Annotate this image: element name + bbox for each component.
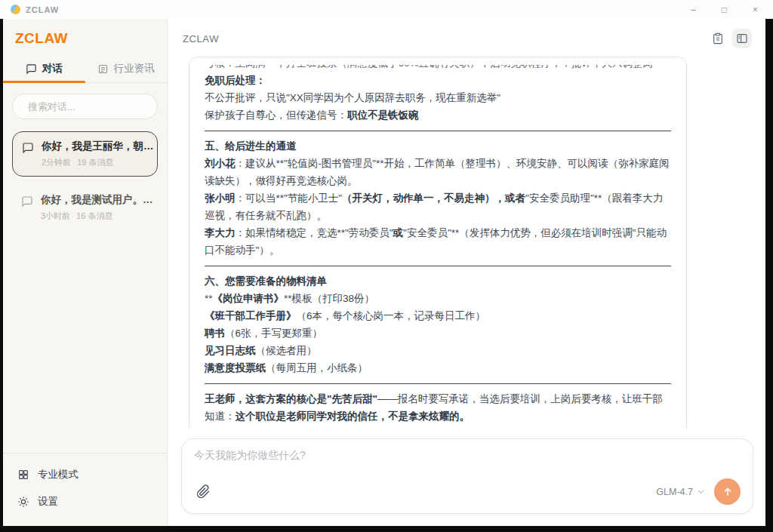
paperclip-icon <box>196 484 211 499</box>
sidebar-panel-icon <box>736 32 748 45</box>
conversation-count: 16 条消息 <box>76 211 112 222</box>
message-line: 李大力：如果情绪稳定，竞选**"劳动委员"或"安全委员"**（发挥体力优势，但必… <box>205 224 671 259</box>
conversation-time: 3小时前 <box>41 211 70 222</box>
close-button[interactable]: × <box>753 5 758 14</box>
pro-mode-button[interactable]: 专业模式 <box>8 461 162 488</box>
settings-label: 设置 <box>38 495 58 509</box>
brand-logo: ZCLAW <box>3 19 167 55</box>
copy-transcript-button[interactable] <box>708 29 728 48</box>
message-line: 六、您需要准备的物料清单 <box>205 272 671 290</box>
message-line: 王老师，这套方案的核心是"先苦后甜"——报名时要写承诺，当选后要培训，上岗后要考… <box>205 390 671 425</box>
pro-mode-label: 专业模式 <box>38 468 79 481</box>
grid-icon <box>17 469 29 481</box>
conversation-title: 你好，我是测试用户。请确... <box>41 193 154 207</box>
chat-bubble-icon <box>26 63 37 75</box>
message-line: 需要我帮您： <box>205 425 671 428</box>
tab-industry-news-label: 行业资讯 <box>114 62 155 75</box>
tab-conversations-label: 对话 <box>42 62 63 75</box>
message-line: 不公开批评，只说"XX同学因为个人原因辞去职务，现在重新选举" <box>205 89 671 106</box>
message-line: 《班干部工作手册》（6本，每个核心岗一本，记录每日工作） <box>205 307 671 324</box>
conversation-item-active[interactable]: 你好，我是王丽华，朝阳区... 2分钟前 19 条消息 <box>12 131 158 177</box>
conversation-list: 你好，我是王丽华，朝阳区... 2分钟前 19 条消息 你好，我是测试用户。请确… <box>12 131 158 229</box>
attach-file-button[interactable] <box>194 483 212 501</box>
arrow-up-icon <box>722 486 734 498</box>
search-input[interactable] <box>28 101 161 112</box>
search-box[interactable] <box>12 94 158 119</box>
message-line: **《岗位申请书》**模板（打印38份） <box>205 290 671 307</box>
assistant-message-card: 考核：上岗满一个月全班投票（满意度低于60%且确有失职），启动免职程序，不批评个… <box>189 57 687 428</box>
chevron-down-icon <box>697 487 705 496</box>
search-area <box>12 94 158 119</box>
message-line: 免职后处理： <box>205 72 671 89</box>
conversation-title: 你好，我是王丽华，朝阳区... <box>42 140 155 153</box>
message-line: 聘书（6张，手写更郑重） <box>205 324 671 342</box>
message-line-clipped: 考核：上岗满一个月全班投票（满意度低于60%且确有失职），启动免职程序，不批评个… <box>205 65 671 72</box>
app-logo-icon <box>11 5 20 14</box>
model-selector[interactable]: GLM-4.7 <box>656 487 705 497</box>
news-icon <box>97 63 109 75</box>
window-controls: – □ × <box>691 5 762 14</box>
chat-header-title: ZCLAW <box>183 33 219 45</box>
messages-scroll-area[interactable]: 考核：上岗满一个月全班投票（满意度低于60%且确有失职），启动免职程序，不批评个… <box>168 54 765 428</box>
message-divider <box>205 131 671 131</box>
sidebar: ZCLAW 对话 行业资讯 你好，我是王丽华，朝阳区... <box>3 19 168 526</box>
toggle-panel-button[interactable] <box>732 29 752 48</box>
model-name: GLM-4.7 <box>656 487 693 497</box>
sidebar-tabs: 对话 行业资讯 <box>3 55 167 83</box>
settings-button[interactable]: 设置 <box>8 488 162 515</box>
app-window: ZCLAW 对话 行业资讯 你好，我是王丽华，朝阳区... <box>3 19 765 526</box>
window-title: ZCLAW <box>26 5 59 14</box>
tab-conversations[interactable]: 对话 <box>3 55 85 82</box>
message-line: 见习日志纸（候选者用） <box>205 342 671 359</box>
message-line: 五、给后进生的通道 <box>205 137 671 155</box>
conversation-item[interactable]: 你好，我是测试用户。请确... 3小时前 16 条消息 <box>12 186 158 229</box>
maximize-button[interactable]: □ <box>722 5 727 14</box>
send-button[interactable] <box>714 478 741 505</box>
message-line: 张小明：可以当**"节能小卫士"（开关灯，动作单一，不易走神），或者"安全委员助… <box>205 189 671 224</box>
message-divider <box>205 383 671 384</box>
composer: GLM-4.7 <box>181 438 753 514</box>
message-divider <box>205 266 671 266</box>
clipboard-icon <box>712 32 724 45</box>
conversation-count: 19 条消息 <box>77 157 113 168</box>
sidebar-footer: 专业模式 设置 <box>3 454 167 526</box>
os-title-bar: ZCLAW – □ × <box>0 0 773 19</box>
gear-icon <box>17 496 29 508</box>
chat-header: ZCLAW <box>168 19 765 54</box>
message-input[interactable] <box>194 449 741 478</box>
chat-bubble-icon <box>22 142 34 154</box>
conversation-time: 2分钟前 <box>42 157 71 168</box>
tab-industry-news[interactable]: 行业资讯 <box>85 55 168 82</box>
minimize-button[interactable]: – <box>691 5 696 14</box>
conversation-meta: 3小时前 16 条消息 <box>41 211 154 222</box>
chat-bubble-icon <box>21 195 33 208</box>
message-line: 刘小花：建议从**"轮值岗-图书管理员"**开始，工作简单（整理书）、环境安静、… <box>205 155 671 189</box>
conversation-meta: 2分钟前 19 条消息 <box>42 157 155 168</box>
message-line: 满意度投票纸（每周五用，小纸条） <box>205 359 671 377</box>
chat-main: ZCLAW 考核：上岗满一个月全班投票（满意度低于60%且确有失职），启动免职程… <box>168 19 765 526</box>
message-line: 保护孩子自尊心，但传递信号：职位不是铁饭碗 <box>205 106 671 124</box>
